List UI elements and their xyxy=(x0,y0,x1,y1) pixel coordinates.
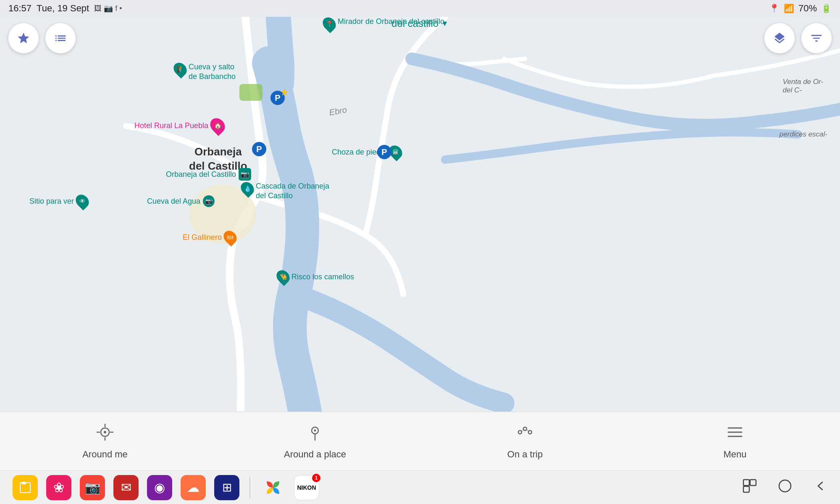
top-right-buttons xyxy=(764,23,832,53)
nav-item-around-me[interactable]: Around me xyxy=(0,423,210,460)
label-hotel-rural: Hotel Rural La Puebla xyxy=(134,121,208,130)
location-arrow: ▼ xyxy=(441,19,449,28)
app-cloud[interactable]: ☁ xyxy=(181,475,206,500)
app-tray: ❀ 📷 ✉ ◉ ☁ ⊞ xyxy=(0,470,840,504)
on-trip-icon xyxy=(516,423,534,446)
map-area[interactable]: Ebro 📍 Mirador de Orbaneja del castillo … xyxy=(0,0,840,445)
status-right: 📍 📶 70% 🔋 xyxy=(769,3,832,14)
svg-rect-25 xyxy=(743,486,749,492)
home-button[interactable] xyxy=(778,479,792,496)
location-icon: 📍 xyxy=(769,3,780,13)
bottom-area: Around me Around a place xyxy=(0,470,840,504)
app-grid[interactable]: ⊞ xyxy=(214,475,239,500)
nav-label-around-place: Around a place xyxy=(284,449,346,460)
nav-item-around-place[interactable]: Around a place xyxy=(210,423,420,460)
label-cascada: Cascada de Orbanejadel Castillo xyxy=(256,181,329,201)
notification-icons: 🖼 📷 f • xyxy=(94,4,122,13)
svg-line-17 xyxy=(527,430,528,431)
text-venta: Venta de Or-del C- xyxy=(783,78,823,94)
svg-point-26 xyxy=(779,480,791,492)
parking-circle-1[interactable]: P ★ xyxy=(270,91,285,105)
svg-point-12 xyxy=(314,429,316,431)
around-place-icon xyxy=(306,423,324,446)
pin-hotel-rural[interactable]: Hotel Rural La Puebla 🏠 xyxy=(134,118,224,134)
pin-icon-agua: 📷 xyxy=(203,195,215,207)
status-bar: 16:57 Tue, 19 Sept 🖼 📷 f • 📍 📶 70% 🔋 xyxy=(0,0,840,17)
svg-rect-22 xyxy=(22,482,26,484)
back-button[interactable] xyxy=(813,479,827,496)
tray-divider xyxy=(249,477,250,498)
app-music[interactable]: ◉ xyxy=(147,475,172,500)
app-mail[interactable]: ✉ xyxy=(113,475,139,500)
nav-item-on-trip[interactable]: On a trip xyxy=(420,423,630,460)
label-risco: Risco los camellos xyxy=(291,273,354,281)
svg-line-16 xyxy=(522,430,523,431)
nav-label-on-trip: On a trip xyxy=(507,449,543,460)
around-me-icon xyxy=(96,423,114,446)
app-google-photos[interactable] xyxy=(260,475,286,500)
app-petal[interactable]: ❀ xyxy=(46,475,71,500)
top-left-buttons xyxy=(8,23,76,53)
svg-rect-24 xyxy=(750,480,756,486)
svg-rect-2 xyxy=(239,84,262,101)
pin-cascada[interactable]: 💧 Cascada de Orbanejadel Castillo xyxy=(242,181,329,201)
nav-label-around-me: Around me xyxy=(82,449,128,460)
bottom-nav: Around me Around a place xyxy=(0,412,840,470)
nav-item-menu[interactable]: Menu xyxy=(630,423,840,460)
location-title[interactable]: del castillo ▼ xyxy=(0,18,840,29)
parking-circle-2[interactable]: P xyxy=(252,142,266,156)
label-cueva-barbancho: Cueva y saltode Barbancho xyxy=(189,62,236,82)
battery: 70% xyxy=(798,3,817,14)
app-nikon[interactable]: NIKON 1 xyxy=(294,475,319,500)
wifi-icon: 📶 xyxy=(784,3,794,13)
pin-cueva-barbancho[interactable]: 🧗 Cueva y saltode Barbancho xyxy=(174,62,236,82)
svg-point-9 xyxy=(104,431,106,433)
pin-orbaneja-camera[interactable]: Orbaneja del Castillo 📷 xyxy=(166,168,251,181)
location-name: del castillo xyxy=(391,18,438,29)
date: Tue, 19 Sept xyxy=(37,3,89,14)
pin-sitio-para-ver[interactable]: Sitio para ver 👁 xyxy=(29,194,88,208)
parking-circle-3[interactable]: P xyxy=(377,145,391,159)
svg-point-13 xyxy=(518,430,522,434)
favorite-button[interactable] xyxy=(8,23,39,53)
android-system-nav xyxy=(743,479,827,496)
tray-apps-left: ❀ 📷 ✉ ◉ ☁ ⊞ xyxy=(13,475,319,500)
menu-icon xyxy=(726,423,744,446)
app-files[interactable] xyxy=(13,475,38,500)
label-orbaneja-camera: Orbaneja del Castillo xyxy=(166,170,236,179)
time: 16:57 xyxy=(8,3,32,14)
battery-icon: 🔋 xyxy=(821,3,832,13)
label-el-gallinero: El Gallinero xyxy=(183,233,222,242)
pin-cueva-agua[interactable]: Cueva del Agua 📷 xyxy=(147,195,215,207)
nav-label-menu: Menu xyxy=(723,449,746,460)
nikon-badge: 1 xyxy=(312,474,320,482)
list-button[interactable] xyxy=(45,23,76,53)
label-cueva-agua: Cueva del Agua xyxy=(147,197,200,206)
label-sitio-para-ver: Sitio para ver xyxy=(29,197,74,206)
status-left: 16:57 Tue, 19 Sept 🖼 📷 f • xyxy=(8,3,122,14)
svg-point-15 xyxy=(528,430,532,434)
app-camera-red[interactable]: 📷 xyxy=(80,475,105,500)
svg-rect-23 xyxy=(743,480,749,486)
pin-el-gallinero[interactable]: El Gallinero 🍽 xyxy=(183,230,236,244)
text-perdices: perdices escal- xyxy=(780,130,827,139)
filter-button[interactable] xyxy=(801,23,832,53)
recent-apps-button[interactable] xyxy=(743,479,757,496)
pin-icon-camera: 📷 xyxy=(239,168,251,181)
layers-button[interactable] xyxy=(764,23,795,53)
svg-point-14 xyxy=(523,427,527,430)
pin-risco-camellos[interactable]: 🐪 Risco los camellos xyxy=(277,270,354,284)
